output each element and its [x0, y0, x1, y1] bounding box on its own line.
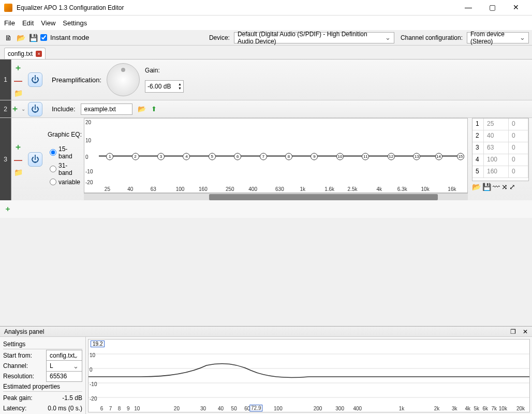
- eq-invert-icon[interactable]: ⤨: [501, 183, 508, 191]
- open-file-icon[interactable]: 📂: [16, 33, 26, 43]
- eq-hscroll[interactable]: [84, 193, 468, 200]
- graphic-eq-label: Graphic EQ:: [48, 131, 82, 138]
- analysis-cursor-x: 72.9: [249, 405, 262, 411]
- new-file-icon[interactable]: 🗎: [3, 33, 13, 43]
- gain-spin-up[interactable]: ▲: [178, 82, 182, 86]
- menubar: File Edit View Settings: [0, 16, 532, 30]
- browse-file-icon[interactable]: 📂: [138, 105, 146, 113]
- channel-config-select[interactable]: From device (Stereo): [467, 32, 529, 43]
- eq-band-7[interactable]: 7: [260, 153, 267, 160]
- eq-zero-line: 1 2 3 4 5 6 7 8 9 10 11 12 13 14 15: [99, 155, 464, 156]
- add-row-button[interactable]: ＋: [0, 200, 532, 218]
- eq-chart[interactable]: 20 10 0 -10 -20 1 2 3 4 5 6 7 8 9 10 11: [84, 118, 468, 193]
- tab-label: config.txt: [8, 50, 33, 57]
- eq-band-2[interactable]: 2: [132, 153, 139, 160]
- row-index-1: 1: [0, 60, 11, 100]
- tab-close-icon[interactable]: ×: [36, 51, 42, 57]
- titlebar: Equalizer APO 1.3 Configuration Editor —…: [0, 0, 532, 16]
- folder-icon[interactable]: 📁: [14, 89, 23, 97]
- apply-include-icon[interactable]: ⬆: [151, 105, 157, 113]
- analysis-cursor-value: 19.2: [91, 341, 105, 347]
- analysis-settings-header: Settings: [3, 339, 82, 349]
- channel-config-label: Channel configuration:: [401, 34, 463, 41]
- close-button[interactable]: ✕: [504, 0, 528, 16]
- analysis-start-from-select[interactable]: config.txt: [46, 350, 82, 361]
- add-filter-icon[interactable]: ＋: [11, 103, 19, 114]
- workspace: 1 ＋ — 📁 ⏻ Preamplification: Gain: ▲ ▼: [0, 59, 532, 218]
- app-icon: [4, 4, 12, 12]
- gain-label: Gain:: [145, 67, 184, 74]
- eq-band-11[interactable]: 11: [362, 153, 369, 160]
- include-file-input[interactable]: [81, 103, 132, 115]
- row-include: 2 ＋ ⌄ ⏻ Include: 📂 ⬆: [0, 100, 532, 117]
- menu-settings[interactable]: Settings: [63, 19, 87, 27]
- analysis-close-icon[interactable]: ✕: [523, 328, 528, 335]
- eq-band-table[interactable]: 1250 2400 3630 41000 51600: [472, 118, 529, 181]
- add-filter-icon[interactable]: ＋: [14, 63, 22, 73]
- eq-open-icon[interactable]: 📂: [472, 183, 481, 191]
- eq-band-12[interactable]: 12: [388, 153, 395, 160]
- analysis-dock-icon[interactable]: ❐: [510, 328, 516, 335]
- eq-band-15[interactable]: 15: [457, 153, 464, 160]
- analysis-estimated-header: Estimated properties: [3, 381, 82, 392]
- gain-knob[interactable]: [107, 63, 140, 96]
- eq-band-13[interactable]: 13: [413, 153, 420, 160]
- analysis-chart[interactable]: 19.2 10 0 -10 -20 6 7 8 9 10 20 30 40 50…: [88, 339, 530, 412]
- table-row: 1250: [472, 119, 528, 130]
- peak-gain-value: -1.5 dB: [62, 394, 82, 402]
- eq-band-4[interactable]: 4: [183, 153, 190, 160]
- analysis-settings: Settings Start from: config.txt Channel:…: [0, 337, 86, 414]
- analysis-panel-title: Analysis panel: [4, 328, 44, 335]
- latency-value: 0.0 ms (0 s.): [48, 405, 82, 412]
- analysis-channel-select[interactable]: L: [46, 360, 82, 372]
- add-filter-icon[interactable]: ＋: [14, 142, 22, 153]
- radio-variable[interactable]: variable: [50, 179, 79, 186]
- row-graphic-eq: 3 ＋ — 📁 ⏻ Graphic EQ: 15-band 31-band va…: [0, 117, 532, 200]
- remove-filter-icon[interactable]: —: [14, 156, 22, 165]
- instant-mode-check[interactable]: [40, 34, 47, 41]
- window-title: Equalizer APO 1.3 Configuration Editor: [17, 4, 456, 11]
- menu-file[interactable]: File: [4, 19, 15, 27]
- eq-band-8[interactable]: 8: [285, 153, 292, 160]
- analysis-resolution-input[interactable]: [46, 371, 82, 382]
- include-label: Include:: [52, 105, 76, 113]
- eq-band-6[interactable]: 6: [234, 153, 241, 160]
- eq-band-1[interactable]: 1: [106, 153, 113, 160]
- minimize-button[interactable]: —: [456, 0, 480, 16]
- tabbar: config.txt ×: [0, 46, 532, 59]
- instant-mode-checkbox[interactable]: Instant mode: [40, 34, 89, 41]
- instant-mode-label: Instant mode: [50, 34, 89, 41]
- radio-31band[interactable]: 31-band: [50, 162, 79, 176]
- table-row: 41000: [472, 154, 528, 166]
- table-row: 51600: [472, 166, 528, 178]
- gain-input[interactable]: [145, 81, 176, 92]
- radio-15band[interactable]: 15-band: [50, 145, 79, 160]
- analysis-panel: Analysis panel ❐ ✕ Settings Start from: …: [0, 326, 532, 414]
- power-toggle[interactable]: ⏻: [28, 102, 42, 116]
- eq-band-5[interactable]: 5: [209, 153, 216, 160]
- table-row: 3630: [472, 142, 528, 154]
- power-toggle[interactable]: ⏻: [28, 152, 42, 167]
- remove-filter-icon[interactable]: —: [14, 77, 22, 86]
- eq-band-9[interactable]: 9: [311, 153, 318, 160]
- eq-band-3[interactable]: 3: [157, 153, 165, 160]
- toolbar: 🗎 📂 💾 Instant mode Device: Default (Digi…: [0, 30, 532, 46]
- table-row: 2400: [472, 130, 528, 142]
- eq-band-10[interactable]: 10: [336, 153, 344, 160]
- row-index-3: 3: [0, 118, 11, 200]
- menu-view[interactable]: View: [41, 19, 55, 27]
- maximize-button[interactable]: ▢: [480, 0, 504, 16]
- eq-band-14[interactable]: 14: [435, 153, 442, 160]
- gain-spin-down[interactable]: ▼: [178, 86, 182, 91]
- eq-flat-icon[interactable]: 〰: [493, 183, 500, 191]
- eq-normalize-icon[interactable]: ⤢: [509, 183, 515, 191]
- menu-edit[interactable]: Edit: [22, 19, 34, 27]
- save-file-icon[interactable]: 💾: [28, 33, 38, 43]
- folder-icon[interactable]: 📁: [14, 168, 23, 176]
- preamp-label: Preamplification:: [52, 76, 101, 84]
- device-label: Device:: [209, 34, 230, 41]
- tab-config[interactable]: config.txt ×: [4, 48, 46, 59]
- device-select[interactable]: Default (Digital Audio (S/PDIF) - High D…: [234, 32, 394, 43]
- eq-save-icon[interactable]: 💾: [482, 183, 491, 191]
- power-toggle[interactable]: ⏻: [28, 72, 42, 87]
